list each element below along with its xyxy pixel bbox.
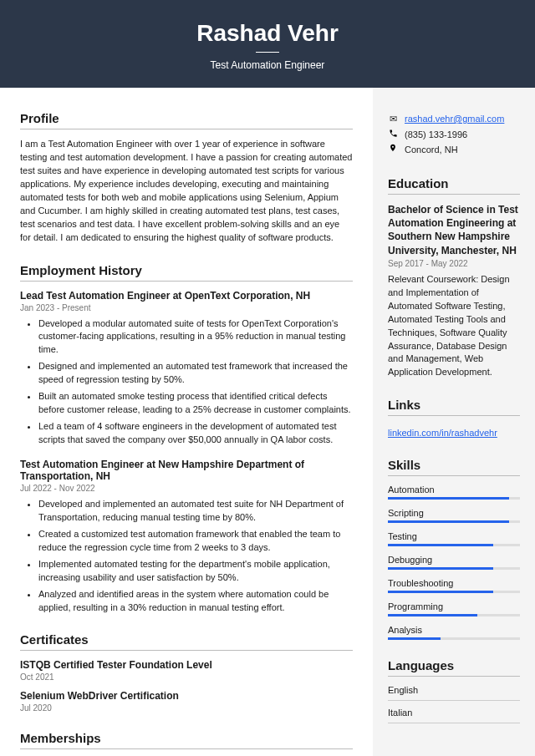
language-item: Italian bbox=[388, 708, 520, 723]
resume-header: Rashad Vehr Test Automation Engineer bbox=[0, 0, 535, 88]
skill-item: Programming bbox=[388, 601, 520, 616]
skill-item: Analysis bbox=[388, 625, 520, 640]
person-name: Rashad Vehr bbox=[0, 20, 535, 47]
skill-bar bbox=[388, 591, 520, 593]
location-text: Concord, NH bbox=[405, 142, 458, 158]
skill-name: Debugging bbox=[388, 555, 520, 565]
skill-bar bbox=[388, 567, 520, 570]
skill-fill bbox=[388, 591, 493, 593]
job-bullet: Designed and implemented an automated te… bbox=[38, 360, 353, 387]
job-bullet: Created a customized test automation fra… bbox=[38, 528, 353, 555]
skill-fill bbox=[388, 497, 509, 500]
job-bullet: Developed and implemented an automated t… bbox=[38, 498, 353, 525]
person-title: Test Automation Engineer bbox=[0, 59, 535, 71]
skill-bar bbox=[388, 637, 520, 640]
sidebar-column: ✉ rashad.vehr@gmail.com (835) 133-1996 C… bbox=[373, 88, 535, 756]
skill-name: Testing bbox=[388, 531, 520, 541]
job-title: Lead Test Automation Engineer at OpenTex… bbox=[20, 290, 353, 302]
skill-item: Debugging bbox=[388, 555, 520, 570]
skill-fill bbox=[388, 567, 493, 570]
skill-name: Analysis bbox=[388, 625, 520, 635]
skill-name: Programming bbox=[388, 601, 520, 611]
profile-text: I am a Test Automation Engineer with ove… bbox=[20, 138, 353, 245]
skill-bar bbox=[388, 497, 520, 500]
job-bullets: Developed and implemented an automated t… bbox=[20, 498, 353, 615]
education-date: Sep 2017 - May 2022 bbox=[388, 259, 520, 268]
skills-heading: Skills bbox=[388, 458, 520, 476]
contact-block: ✉ rashad.vehr@gmail.com (835) 133-1996 C… bbox=[388, 111, 520, 158]
header-divider bbox=[256, 52, 279, 53]
profile-heading: Profile bbox=[20, 111, 353, 129]
job-bullets: Developed a modular automated suite of t… bbox=[20, 317, 353, 447]
job-title: Test Automation Engineer at New Hampshir… bbox=[20, 459, 353, 482]
skill-bar bbox=[388, 520, 520, 523]
email-icon: ✉ bbox=[388, 111, 398, 127]
skill-bar bbox=[388, 544, 520, 546]
skill-name: Automation bbox=[388, 485, 520, 495]
skill-fill bbox=[388, 520, 509, 523]
education-heading: Education bbox=[388, 176, 520, 195]
skill-item: Scripting bbox=[388, 508, 520, 523]
skill-item: Troubleshooting bbox=[388, 578, 520, 593]
languages-heading: Languages bbox=[388, 658, 520, 677]
certificates-heading: Certificates bbox=[20, 632, 353, 651]
location-icon bbox=[388, 142, 398, 158]
education-degree: Bachelor of Science in Test Automation E… bbox=[388, 203, 520, 257]
skill-fill bbox=[388, 637, 441, 640]
job-bullet: Led a team of 4 software engineers in th… bbox=[38, 420, 353, 447]
job-date: Jan 2023 - Present bbox=[20, 303, 353, 312]
phone-icon bbox=[388, 127, 398, 143]
linkedin-link[interactable]: linkedin.com/in/rashadvehr bbox=[388, 428, 497, 438]
job-bullet: Implemented automated testing for the de… bbox=[38, 558, 353, 585]
cert-title: Selenium WebDriver Certification bbox=[20, 690, 353, 702]
education-text: Relevant Coursework: Design and Implemen… bbox=[388, 273, 520, 380]
job-bullet: Analyzed and identified areas in the sys… bbox=[38, 588, 353, 615]
cert-date: Jul 2020 bbox=[20, 703, 353, 713]
skill-fill bbox=[388, 614, 477, 616]
job-date: Jul 2022 - Nov 2022 bbox=[20, 484, 353, 493]
links-heading: Links bbox=[388, 398, 520, 416]
main-column: Profile I am a Test Automation Engineer … bbox=[0, 88, 373, 756]
skill-item: Testing bbox=[388, 531, 520, 546]
skill-fill bbox=[388, 544, 493, 546]
employment-heading: Employment History bbox=[20, 263, 353, 282]
skill-item: Automation bbox=[388, 485, 520, 500]
email-link[interactable]: rashad.vehr@gmail.com bbox=[405, 111, 504, 127]
skill-bar bbox=[388, 614, 520, 616]
skill-name: Scripting bbox=[388, 508, 520, 518]
cert-date: Oct 2021 bbox=[20, 672, 353, 682]
job-bullet: Built an automated smoke testing process… bbox=[38, 390, 353, 417]
phone-text: (835) 133-1996 bbox=[405, 127, 467, 143]
cert-title: ISTQB Certified Tester Foundation Level bbox=[20, 659, 353, 671]
skill-name: Troubleshooting bbox=[388, 578, 520, 588]
memberships-heading: Memberships bbox=[20, 731, 353, 749]
job-bullet: Developed a modular automated suite of t… bbox=[38, 317, 353, 358]
language-item: English bbox=[388, 685, 520, 701]
